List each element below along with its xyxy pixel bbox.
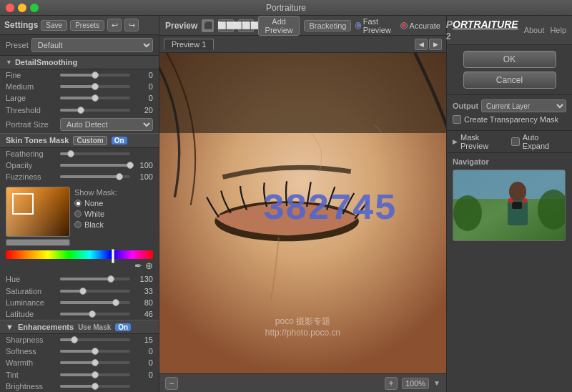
undo-button[interactable]: ↩	[107, 19, 122, 31]
watermark: poco 摄影专题 http://photo.poco.cn	[265, 315, 340, 338]
warmth-value: 0	[133, 358, 153, 367]
brightness-slider[interactable]	[60, 385, 130, 388]
radio-none-row[interactable]: None	[74, 199, 117, 207]
warmth-label: Warmth	[6, 358, 57, 367]
fine-slider[interactable]	[60, 74, 130, 77]
luminance-slider[interactable]	[60, 301, 130, 304]
fuzziness-slider[interactable]	[60, 175, 130, 178]
fine-value: 0	[133, 71, 153, 79]
accurate-radio[interactable]: Accurate	[400, 21, 440, 30]
opacity-slider[interactable]	[60, 164, 130, 167]
bracketing-button[interactable]: Bracketing	[304, 20, 351, 31]
dropper-row: ✒ ⊕	[0, 260, 159, 271]
prev-tab-button[interactable]: ◀	[415, 39, 428, 50]
fuzziness-label: Fuzziness	[6, 172, 57, 181]
preview-image-area[interactable]: 382745 poco 摄影专题 http://photo.poco.cn	[159, 53, 446, 373]
radio-black-row[interactable]: Black	[74, 220, 117, 229]
preview-tab-1[interactable]: Preview 1	[164, 39, 214, 50]
dropper-button-1[interactable]: ✒	[134, 260, 142, 271]
hue-row: Hue 130	[0, 273, 159, 285]
mask-preview-triangle-icon: ▶	[453, 138, 458, 145]
radio-white-row[interactable]: White	[74, 210, 117, 218]
create-transparency-checkbox[interactable]	[453, 115, 461, 124]
close-button[interactable]	[6, 4, 14, 12]
presets-button[interactable]: Presets	[70, 20, 104, 31]
sharpness-value: 15	[133, 335, 153, 344]
zoom-level[interactable]: 100%	[402, 378, 429, 389]
split-view-button[interactable]: ⬜⬜	[218, 19, 234, 32]
preview-image: 382745 poco 摄影专题 http://photo.poco.cn	[159, 53, 446, 373]
fine-row: Fine 0	[0, 69, 159, 81]
fast-preview-radio[interactable]: Fast Preview	[355, 17, 393, 34]
color-opacity-bar	[6, 239, 70, 246]
right-top-bar: PORTRAITURE 2 About Help	[447, 16, 572, 45]
settings-label: Settings	[4, 20, 38, 30]
saturation-slider[interactable]	[60, 290, 130, 293]
output-select[interactable]: Current Layer	[481, 99, 566, 112]
preview-bottom-bar: − + 100% ▼	[159, 373, 446, 392]
portrait-size-row: Portrait Size Auto Detect	[0, 116, 159, 133]
maximize-button[interactable]	[30, 4, 39, 12]
minimize-button[interactable]	[18, 4, 26, 12]
hue-slider[interactable]	[60, 278, 130, 280]
threshold-row: Threshold 20	[0, 104, 159, 116]
custom-badge[interactable]: Custom	[73, 136, 107, 145]
single-view-button[interactable]: ⬛	[202, 19, 213, 32]
portrait-size-select[interactable]: Auto Detect	[60, 118, 153, 131]
hue-value: 130	[133, 275, 153, 283]
sharpness-row: Sharpness 15	[0, 334, 159, 346]
auto-expand-checkbox[interactable]	[511, 137, 520, 146]
help-button[interactable]: Help	[550, 26, 566, 34]
hue-label: Hue	[6, 275, 57, 283]
create-transparency-row[interactable]: Create Transparency Mask	[453, 115, 566, 124]
mask-preview-label[interactable]: Mask Preview	[460, 133, 508, 150]
preset-select[interactable]: Default	[31, 38, 153, 52]
large-slider[interactable]	[60, 97, 130, 99]
medium-slider[interactable]	[60, 85, 130, 88]
enhancements-triangle-icon: ▼	[6, 323, 14, 331]
fast-preview-label: Fast Preview	[363, 17, 393, 34]
svg-point-5	[453, 195, 482, 231]
add-preview-button[interactable]: Add Preview	[258, 16, 300, 36]
multi-view-button[interactable]: ⬜⬜⬜	[238, 19, 254, 32]
medium-label: Medium	[6, 82, 57, 91]
navigator-thumbnail[interactable]	[453, 170, 566, 241]
preset-row: Preset Default	[0, 35, 159, 56]
tint-slider[interactable]	[60, 373, 130, 376]
preview-toolbar-title: Preview	[165, 21, 197, 31]
latitude-value: 46	[133, 310, 153, 318]
next-tab-button[interactable]: ▶	[429, 39, 442, 50]
warmth-slider[interactable]	[60, 361, 130, 364]
show-mask-area: Show Mask: None White Black	[74, 187, 117, 246]
redo-button[interactable]: ↪	[124, 19, 139, 31]
zoom-in-button[interactable]: +	[385, 377, 398, 390]
left-panel: Settings Save Presets ↩ ↪ Preset Default…	[0, 16, 159, 392]
on-badge[interactable]: On	[112, 137, 127, 144]
color-gradient[interactable]	[6, 187, 70, 237]
zoom-out-button[interactable]: −	[165, 377, 178, 390]
about-button[interactable]: About	[524, 26, 545, 34]
hue-bar[interactable]	[6, 250, 153, 259]
saturation-label: Saturation	[6, 287, 57, 295]
enhancements-on-badge[interactable]: On	[115, 323, 131, 331]
save-button[interactable]: Save	[41, 20, 67, 31]
radio-black-label: Black	[84, 220, 104, 229]
mask-preview-row: ▶ Mask Preview Auto Expand	[447, 131, 572, 153]
navigator-section: Navigator	[447, 153, 572, 392]
feathering-slider[interactable]	[60, 152, 130, 155]
panel-toolbar: Settings Save Presets ↩ ↪	[0, 16, 159, 35]
ok-button[interactable]: OK	[463, 51, 556, 68]
threshold-value: 20	[133, 106, 153, 114]
sharpness-slider[interactable]	[60, 338, 130, 341]
color-picker-area: Show Mask: None White Black	[0, 182, 159, 250]
softness-slider[interactable]	[60, 350, 130, 353]
zoom-dropdown-arrow[interactable]: ▼	[433, 379, 440, 387]
latitude-slider[interactable]	[60, 313, 130, 315]
latitude-label: Latitude	[6, 310, 57, 318]
threshold-slider[interactable]	[60, 109, 130, 112]
dropper-button-2[interactable]: ⊕	[145, 260, 153, 271]
softness-label: Softness	[6, 347, 57, 356]
center-panel: Preview ⬛ ⬜⬜ ⬜⬜⬜ Add Preview Bracketing …	[159, 16, 447, 392]
cancel-button[interactable]: Cancel	[463, 72, 556, 89]
brightness-row: Brightness	[0, 381, 159, 392]
